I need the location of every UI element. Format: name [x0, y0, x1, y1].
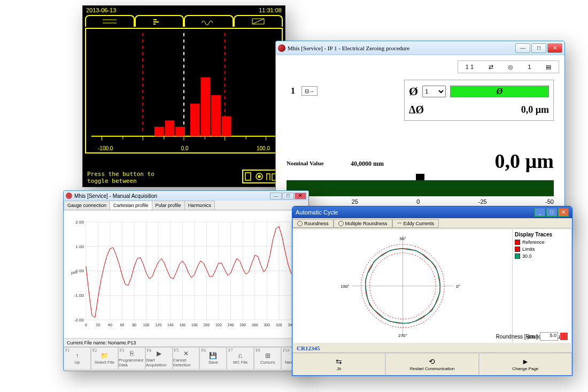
osc-tab-3[interactable]: [184, 15, 234, 27]
osc-plot: -100.0 0.0 100.0: [85, 28, 283, 153]
minimize-button[interactable]: _: [535, 208, 545, 217]
fkey-icon: ⎘: [130, 350, 134, 357]
zero-indicator[interactable]: Ø: [450, 86, 549, 97]
tab-multi-roundness[interactable]: Multiple Roundness: [334, 219, 392, 228]
roundness-value: 5.0: [540, 332, 558, 341]
maximize-button[interactable]: □: [546, 208, 557, 217]
fkey-icon: 📁: [100, 352, 109, 359]
main-readout: 0,0 µm: [494, 149, 554, 173]
maximize-button[interactable]: □: [282, 193, 294, 199]
fkey-mc-file[interactable]: F7⎌MC File: [227, 347, 254, 370]
fkey-icon: ⎌: [238, 352, 242, 359]
zeroing-window: Mhis [Service] - IP 1 - Electrical Zeroi…: [275, 41, 565, 229]
zeroing-titlebar[interactable]: Mhis [Service] - IP 1 - Electrical Zeroi…: [276, 41, 564, 55]
scale-tick: 0: [416, 198, 420, 205]
footer-button-jb[interactable]: ⇆Jb: [292, 353, 385, 375]
swatch-icon: [515, 240, 520, 245]
svg-rect-15: [175, 127, 185, 136]
legend-item[interactable]: Reference: [515, 240, 569, 245]
tab-cartesian[interactable]: Cartesian profile: [110, 201, 152, 210]
roundness-label: Roundness [ µm ]: [496, 334, 538, 340]
maximize-button[interactable]: □: [531, 43, 546, 53]
footer-button-change-page[interactable]: ►Change Page: [479, 353, 572, 375]
svg-text:40: 40: [108, 323, 112, 327]
svg-text:180°: 180°: [341, 284, 349, 289]
svg-text:µm: µm: [71, 270, 78, 275]
tab-harmonics[interactable]: Harmonics: [184, 201, 215, 210]
svg-text:100: 100: [143, 323, 150, 327]
close-button[interactable]: ✕: [558, 208, 569, 217]
tab-polar[interactable]: Polar profile: [152, 201, 185, 210]
fkey-label: Save: [208, 360, 218, 365]
fkey-save[interactable]: F6💾Save: [199, 347, 227, 370]
fkey-icon: ⊞: [265, 352, 270, 359]
minimize-button[interactable]: —: [270, 193, 282, 199]
fkey-select-file[interactable]: F2📁Select File: [91, 347, 118, 370]
profile-titlebar[interactable]: Mhis [Service] - Manual Acquisition — □ …: [64, 191, 308, 201]
osc-tab-1[interactable]: [85, 15, 135, 27]
nominal-label: Nominal Value: [287, 160, 323, 166]
tab-eddy[interactable]: 〰Eddy Currents: [392, 219, 439, 228]
roundness-fbar: ⇆Jb⟲Restart Communication►Change Page: [292, 352, 572, 375]
probe-icon[interactable]: ⊟→: [301, 86, 318, 96]
zeroing-toolbar: 1 1 ⇄ ◎ 1 ▤: [458, 60, 559, 73]
link-icon: ⇄: [489, 64, 493, 71]
roundness-window: Automatic Cycle _ □ ✕ Roundness Multiple…: [292, 206, 572, 376]
fkey-label: Up: [74, 360, 80, 365]
wave-icon: 〰: [397, 221, 402, 226]
fkey-number: F2: [92, 348, 97, 353]
svg-text:2.00: 2.00: [75, 220, 84, 225]
legend: Display Traces Reference Limits 30.0 Rou…: [512, 229, 571, 343]
minimize-button[interactable]: —: [515, 43, 530, 53]
pointer-icon: [416, 174, 424, 180]
osc-tab-4[interactable]: [234, 15, 283, 27]
svg-text:260: 260: [239, 323, 246, 327]
osc-tab-2[interactable]: [135, 15, 184, 27]
svg-text:280: 280: [252, 323, 258, 327]
nominal-value: 40,0000 mm: [351, 160, 384, 168]
footer-button-restart-communication[interactable]: ⟲Restart Communication: [385, 353, 478, 375]
svg-text:320: 320: [276, 323, 282, 327]
fkey-icon: 💾: [209, 352, 217, 359]
delta-label: ΔØ: [409, 104, 424, 116]
svg-point-22: [258, 175, 260, 178]
fkey-cursors[interactable]: F8⊞Cursors: [254, 347, 281, 370]
tab-roundness[interactable]: Roundness: [292, 219, 334, 228]
svg-text:120: 120: [155, 323, 161, 327]
svg-text:240: 240: [228, 323, 234, 327]
close-button[interactable]: ✕: [295, 193, 306, 199]
tab-gauge[interactable]: Gauge connection: [64, 201, 110, 210]
legend-item[interactable]: 30.0: [515, 253, 569, 259]
scale-tick: -50: [545, 198, 554, 205]
svg-rect-17: [200, 78, 210, 136]
fkey-label: Cursors: [260, 360, 275, 365]
profile-chart: 2.00 1.00 0.00 -1.00 -2.00 µm 0204060801…: [65, 211, 307, 337]
fkey-label: Programmed Data: [119, 358, 145, 367]
fkey-start-acquisition[interactable]: F4▶Start Acquisition: [145, 347, 173, 370]
fkey-programmed-data[interactable]: F3⎘Programmed Data: [118, 347, 145, 370]
close-button[interactable]: ✕: [547, 43, 562, 53]
fkey-up[interactable]: F1↑Up: [64, 347, 91, 370]
svg-text:270°: 270°: [398, 333, 407, 338]
legend-item[interactable]: Limits: [515, 247, 569, 252]
svg-text:80: 80: [132, 323, 136, 327]
channel-select[interactable]: 1: [422, 86, 446, 97]
svg-rect-13: [154, 127, 164, 136]
deviation-scale: 50 25 0 -25 -50: [287, 198, 554, 205]
zeroing-title: Mhis [Service] - IP 1 - Electrical Zeroi…: [288, 45, 515, 51]
circle-icon: [297, 221, 303, 226]
fkey-cancel-selection[interactable]: F5✕Cancel Selection: [173, 347, 200, 370]
fkey-number: F7: [228, 348, 233, 353]
fkey-number: F8: [256, 348, 260, 353]
svg-rect-16: [190, 104, 200, 136]
svg-text:1.00: 1.00: [75, 244, 84, 249]
filename-value: Noname.P13: [108, 340, 136, 345]
fkey-label: Select File: [95, 360, 114, 365]
doc-icon[interactable]: ▤: [546, 64, 551, 71]
osc-time: 11:31:08: [259, 7, 282, 14]
svg-text:200: 200: [204, 323, 210, 327]
roundness-titlebar[interactable]: Automatic Cycle _ □ ✕: [292, 206, 572, 218]
scale-tick: 25: [352, 198, 358, 205]
circle-icon: [338, 221, 344, 226]
svg-text:220: 220: [215, 323, 222, 327]
